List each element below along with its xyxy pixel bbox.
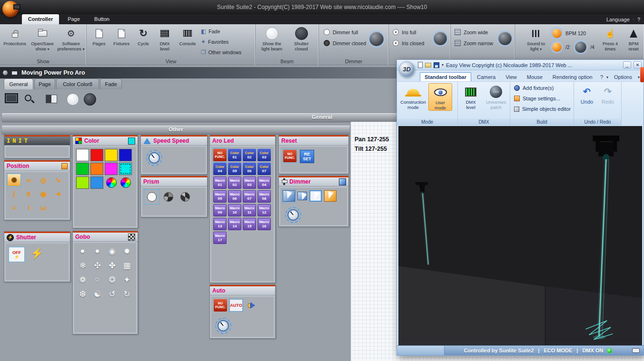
aro-color-button[interactable]: Color02 — [243, 149, 256, 161]
beam-open-button[interactable] — [67, 93, 79, 106]
display-button[interactable] — [5, 93, 18, 103]
aro-macro-button[interactable]: Macro09 — [213, 204, 227, 216]
construction-mode-button[interactable]: Construction mode — [400, 83, 426, 110]
aro-color-button[interactable]: Color07 — [258, 163, 271, 175]
no-func-button[interactable]: NO FUNC. — [213, 149, 227, 161]
auto-speed-dial[interactable] — [215, 318, 231, 334]
cycle-button[interactable]: ↻ Cycle — [133, 26, 153, 46]
gobo-preset-button[interactable]: ✦ — [120, 273, 133, 286]
position-preset-button[interactable]: ✺ — [8, 174, 20, 186]
ev-help-button[interactable]: ? — [598, 73, 605, 81]
gobo-preset-button[interactable]: ● — [76, 245, 89, 257]
color-swatch[interactable] — [76, 149, 89, 161]
beam-closed-button[interactable] — [84, 93, 96, 106]
position-preset-button[interactable]: ≡ — [8, 202, 20, 214]
color-swatch[interactable] — [76, 176, 89, 189]
scroll-indicator[interactable] — [640, 67, 644, 82]
position-preset-button[interactable]: I — [22, 202, 35, 214]
gobo-preset-button[interactable]: ◉ — [106, 245, 119, 257]
aro-color-button[interactable]: Color03 — [258, 149, 271, 161]
save-icon[interactable] — [434, 62, 439, 68]
iris-full-button[interactable]: Iris full — [393, 29, 416, 35]
aro-color-button[interactable]: Color05 — [228, 163, 241, 175]
bpm-reset-button[interactable]: BPM reset — [624, 26, 644, 51]
gobo-preset-button[interactable]: ✣ — [91, 259, 104, 272]
color-swatch[interactable] — [105, 149, 118, 161]
fade-button[interactable]: ◧ Fade — [201, 28, 220, 35]
wtab-color-color8[interactable]: Color Color8 — [56, 78, 99, 89]
gobo-preset-button[interactable]: ▦ — [120, 259, 133, 272]
shutter-strobe-button[interactable]: ⚡ — [30, 247, 43, 260]
aro-macro-button[interactable]: Macro12 — [258, 204, 271, 216]
color-swatch[interactable] — [105, 163, 118, 175]
gobo-preset-button[interactable]: ❆ — [76, 288, 89, 300]
add-fixture-button[interactable]: Add fixture(s) — [514, 85, 554, 91]
tab-button[interactable]: Button — [88, 14, 116, 24]
chevron-down-icon[interactable]: ▾ — [442, 63, 444, 67]
aro-macro-button[interactable]: Macro13 — [213, 218, 227, 230]
ev-tab-standard-toolbar[interactable]: Standard toolbar — [420, 72, 471, 81]
protections-button[interactable]: Protections — [1, 26, 29, 46]
position-preset-button[interactable]: ➔ — [52, 188, 65, 200]
sound-to-light-button[interactable]: Sound to light ▾ — [523, 26, 549, 52]
help-button[interactable]: ? — [637, 17, 640, 22]
favorites-button[interactable]: ✦ Favorites — [201, 39, 228, 45]
ev-tab-camera[interactable]: Camera — [473, 73, 500, 81]
undo-button[interactable]: ↶ Undo — [578, 83, 596, 105]
init-body[interactable] — [6, 147, 69, 156]
dimmer-preset-button[interactable] — [324, 190, 337, 202]
open-file-icon[interactable] — [425, 63, 431, 68]
gobo-preset-button[interactable]: ❂ — [106, 273, 119, 286]
zoom-wide-button[interactable]: Zoom wide — [455, 29, 488, 35]
dimmer-knob[interactable] — [369, 32, 384, 46]
position-preset-button[interactable]: ∞ — [22, 174, 35, 186]
color-swatch[interactable] — [76, 163, 89, 175]
bpm-knob[interactable] — [552, 29, 562, 38]
position-preset-button[interactable]: ∿ — [52, 174, 65, 186]
reset-button[interactable]: RE SET — [300, 150, 314, 163]
aro-color-button[interactable]: Color06 — [243, 163, 256, 175]
gobo-preset-button[interactable]: ↺ — [106, 288, 119, 300]
ev-tab-mouse[interactable]: Mouse — [523, 73, 547, 81]
show-light-beam-button[interactable]: Show the light beam — [258, 26, 286, 51]
aro-macro-button[interactable]: Macro15 — [243, 218, 256, 230]
position-preset-button[interactable]: 8 — [22, 188, 35, 200]
press-4-times-button[interactable]: ☝ Press 4 times — [599, 26, 622, 51]
wtab-page[interactable]: Page — [34, 78, 55, 89]
gobo-preset-button[interactable]: ❁ — [76, 273, 89, 286]
aro-macro-button[interactable]: Macro11 — [243, 204, 256, 216]
dimmer-full-button[interactable]: Dimmer full — [324, 29, 358, 35]
ev-options-menu[interactable]: Options — [610, 73, 636, 81]
aro-macro-button[interactable]: Macro05 — [213, 190, 227, 203]
dimmer-closed-button[interactable]: Dimmer closed — [324, 40, 366, 46]
fixtures-button[interactable]: Fixtures — [110, 26, 132, 46]
color-swatch-selected[interactable] — [119, 163, 132, 175]
position-preset-button[interactable]: ʃ — [8, 188, 20, 200]
new-document-icon[interactable] — [418, 62, 423, 68]
color-swatch[interactable] — [90, 176, 103, 189]
dimmer-preset-button[interactable] — [283, 190, 295, 202]
prism-3face-button[interactable] — [178, 190, 192, 204]
universes-patch-button[interactable]: DMX Universes patch — [484, 83, 508, 110]
aro-macro-button[interactable]: Macro07 — [243, 190, 256, 203]
aro-macro-button[interactable]: Macro03 — [243, 176, 256, 189]
tab-page[interactable]: Page — [61, 14, 87, 24]
zoom-knob[interactable] — [498, 32, 512, 45]
aro-macro-button[interactable]: Macro10 — [228, 204, 241, 216]
color-swatch[interactable] — [119, 149, 132, 161]
aro-macro-button[interactable]: Macro02 — [228, 176, 241, 189]
aro-macro-button[interactable]: Macro06 — [228, 190, 241, 203]
ev-tab-rendering-option[interactable]: Rendering option — [548, 73, 597, 81]
prism-2face-button[interactable] — [161, 190, 176, 204]
console-button[interactable]: Console — [176, 26, 199, 46]
auto-mode-button[interactable]: AUTO — [229, 299, 243, 312]
position-options-icon[interactable] — [61, 163, 68, 169]
simple-objects-editor-button[interactable]: Simple objects editor — [514, 106, 571, 112]
tab-controller[interactable]: Controller — [22, 14, 59, 24]
aro-color-button[interactable]: Color01 — [228, 149, 241, 161]
gobo-preset-button[interactable]: ● — [91, 245, 104, 257]
gobo-preset-button[interactable]: ✹ — [120, 245, 133, 257]
speed-dial[interactable] — [146, 150, 162, 166]
gobo-preset-button[interactable]: ↻ — [120, 288, 133, 300]
minimize-button[interactable]: _ — [623, 61, 631, 68]
